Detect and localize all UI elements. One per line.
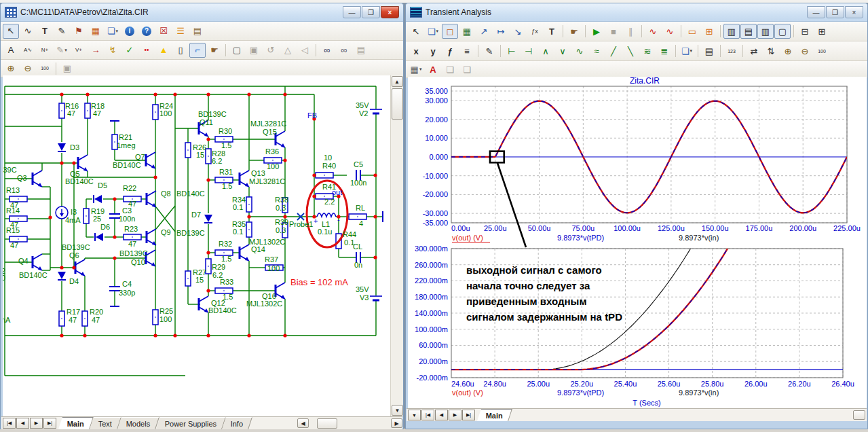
scroll-down-button[interactable]: ▼	[392, 405, 403, 416]
scroll-up-button[interactable]: ▲	[392, 76, 403, 87]
zoom-in-button[interactable]: ⊕	[780, 43, 796, 58]
properties-button[interactable]: ☛	[566, 24, 582, 39]
prev-page-button[interactable]: ◀	[435, 410, 448, 420]
zoom-in-button[interactable]: ⊕	[3, 61, 19, 76]
state-variables-button[interactable]: ▤	[701, 43, 717, 58]
cursor-left-button[interactable]: ⊢	[504, 43, 520, 58]
data-points-button[interactable]: ▭	[684, 24, 700, 39]
edit-limits-button[interactable]: ✎	[481, 43, 497, 58]
align-cursors-x-button[interactable]: ⇄	[746, 43, 762, 58]
next-page-button[interactable]: ▶	[30, 418, 43, 429]
resistor-R19[interactable]	[83, 209, 89, 223]
first-page-button[interactable]: |◀	[421, 410, 434, 420]
rise-button[interactable]: ╱	[605, 43, 622, 58]
analysis-plot-area[interactable]: Zita.CIR0.00u25.00u50.00u75.00u100.00u12…	[408, 77, 867, 408]
select-area-button[interactable]: ▢	[229, 43, 245, 58]
maximize-button[interactable]: ❐	[362, 6, 380, 18]
resistor-R28[interactable]	[206, 149, 211, 164]
zoom-100-button[interactable]: 100	[814, 43, 830, 58]
legend-item-1[interactable]: v(out) (V)	[452, 389, 483, 397]
tracker-cursor-button[interactable]: ▥	[757, 24, 774, 39]
prev-data-token-button[interactable]: ∿	[645, 24, 661, 39]
resistor-R20[interactable]	[82, 311, 88, 326]
node-voltages-button[interactable]: V+	[71, 43, 87, 58]
resistor-R35[interactable]	[246, 222, 252, 237]
schematic-tab-models[interactable]: Models	[117, 417, 159, 429]
tracker-horizontal-button[interactable]: ▤	[740, 24, 757, 39]
resistor-R17[interactable]	[59, 311, 64, 326]
schematic-tab-power-supplies[interactable]: Power Supplies	[156, 417, 226, 429]
schematic-tab-main[interactable]: Main	[58, 417, 94, 429]
high-button[interactable]: ∿	[571, 43, 588, 58]
clipboard-button[interactable]: ❏▾	[425, 24, 441, 39]
fall-button[interactable]: ╲	[622, 43, 639, 58]
low-button[interactable]: ≈	[588, 43, 605, 58]
zoom-100-button[interactable]: 100	[37, 61, 53, 76]
zoom-out-button[interactable]: ⊖	[797, 43, 813, 58]
split-graph-button[interactable]: ⊞	[814, 24, 830, 39]
align-cursors-y-button[interactable]: ⇅	[763, 43, 779, 58]
tracker-none-button[interactable]: ▢	[774, 24, 791, 39]
zoom-out-button[interactable]: ⊖	[20, 61, 36, 76]
legend-item-3[interactable]: 9.8973*v(in)	[679, 389, 719, 397]
numeric-output-button[interactable]: 123	[723, 43, 740, 58]
flag-mode-button[interactable]: ⚑	[71, 24, 87, 39]
attribute-text-button[interactable]: A	[3, 43, 19, 58]
border-display-button[interactable]: ▯	[172, 43, 189, 58]
resistor-R29[interactable]	[206, 259, 211, 274]
find-button[interactable]: ∞	[336, 43, 352, 58]
resistor-R16[interactable]	[59, 103, 64, 118]
node-numbers-button[interactable]: N+	[37, 43, 53, 58]
close-button[interactable]: ×	[381, 6, 399, 18]
power-button[interactable]: ↯	[105, 43, 121, 58]
global-high-button[interactable]: ≋	[639, 43, 656, 58]
resistor-RL[interactable]	[349, 214, 366, 219]
component-browser-button[interactable]: ▦	[88, 24, 104, 39]
maximize-button[interactable]: ❐	[826, 6, 844, 18]
text-mode-button[interactable]: T	[37, 24, 53, 39]
peak-button[interactable]: ∧	[537, 43, 554, 58]
prev-page-button[interactable]: ◀	[16, 418, 29, 429]
scale-mode-button[interactable]: ◻	[442, 24, 458, 39]
conditions-button[interactable]: ✓	[121, 43, 138, 58]
resistor-R25[interactable]	[153, 310, 158, 325]
global-low-button[interactable]: ≣	[656, 43, 673, 58]
resistor-R40[interactable]	[316, 173, 333, 178]
schematic-vertical-scrollbar[interactable]: ▲ ▼	[390, 75, 403, 416]
analysis-tab-main[interactable]: Main	[477, 409, 512, 421]
schematic-titlebar[interactable]: C:\MC11\DATA\Petrov\Zita\Zita.CIR — ❐ ×	[1, 3, 403, 22]
cursor-right-button[interactable]: ⊣	[521, 43, 537, 58]
next-page-button[interactable]: ▶	[449, 410, 461, 420]
scroll-left-button[interactable]: ◀	[297, 418, 309, 428]
performance-tag-button[interactable]: ↘	[510, 24, 526, 39]
first-page-button[interactable]: |◀	[3, 418, 16, 429]
stepping-bars-button[interactable]: ☰	[172, 24, 189, 39]
legend-item-2[interactable]: 9.8973*v(tPD)	[557, 389, 604, 397]
analysis-titlebar[interactable]: Transient Analysis — ❐ ×	[406, 3, 867, 22]
schematic-horizontal-scrollbar[interactable]: ◀ ▶	[297, 417, 402, 429]
horizontal-scroll-thumb[interactable]	[853, 410, 865, 420]
font-button[interactable]: A	[425, 62, 441, 77]
horizontal-tag-button[interactable]: ↦	[493, 24, 509, 39]
legend-item-1[interactable]: v(out) (V)	[452, 234, 483, 242]
point-tag-button[interactable]: ↗	[476, 24, 492, 39]
wire-mode-button[interactable]: ∿	[20, 24, 36, 39]
x-axis-settings-button[interactable]: x	[408, 43, 424, 58]
resistor-R18[interactable]	[85, 103, 90, 118]
clipboard-parts-button[interactable]: ❏▾	[105, 24, 121, 39]
graphics-mode-button[interactable]: ✎	[54, 24, 70, 39]
resistor-R34[interactable]	[246, 197, 252, 212]
grid-text-button[interactable]: A∿	[20, 43, 36, 58]
close-button[interactable]: ×	[845, 6, 863, 18]
next-data-token-button[interactable]: ∿	[662, 24, 678, 39]
format-settings-button[interactable]: ≡	[459, 43, 475, 58]
pin-connections-button[interactable]: ••	[138, 43, 155, 58]
panel-layout-button[interactable]: ▦▾	[408, 62, 424, 77]
select-tool-button[interactable]: ↖	[408, 24, 424, 39]
last-page-button[interactable]: ▶|	[43, 418, 56, 429]
vertical-scroll-thumb[interactable]	[392, 88, 403, 120]
formula-text-button[interactable]: ƒx	[527, 24, 543, 39]
node-snap-button[interactable]: ⌐	[189, 43, 206, 58]
info-button[interactable]: i	[121, 24, 138, 39]
help-button[interactable]: ?	[138, 24, 155, 39]
